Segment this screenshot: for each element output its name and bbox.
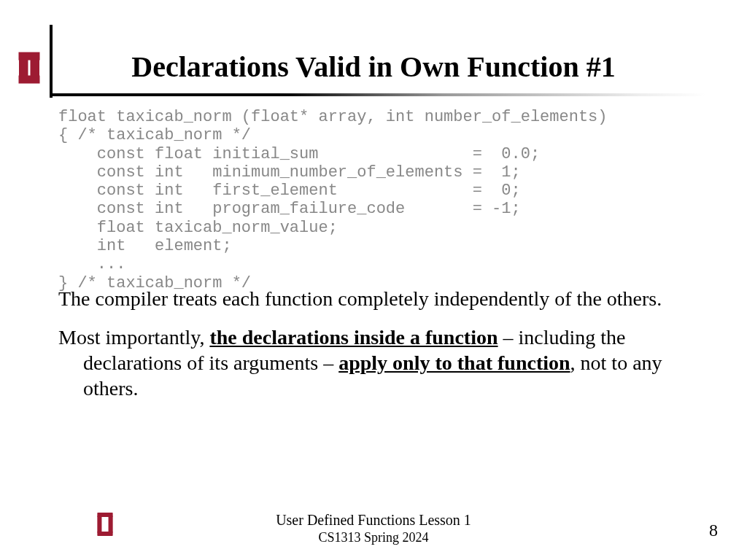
footer-line-2: CS1313 Spring 2024	[0, 530, 747, 545]
footer-line-1: User Defined Functions Lesson 1	[0, 512, 747, 529]
code-line: const int program_failure_code = -1;	[58, 200, 521, 218]
text-run: Most importantly,	[58, 326, 209, 349]
slide-title: Declarations Valid in Own Function #1	[0, 50, 747, 84]
code-line: float taxicab_norm_value;	[58, 219, 338, 237]
code-line: { /* taxicab_norm */	[58, 126, 251, 144]
paragraph-2: Most importantly, the declarations insid…	[58, 324, 693, 401]
body-text: The compiler treats each function comple…	[58, 286, 693, 414]
code-block: float taxicab_norm (float* array, int nu…	[58, 108, 608, 292]
code-line: float taxicab_norm (float* array, int nu…	[58, 108, 608, 126]
code-line: const int first_element = 0;	[58, 182, 521, 200]
code-line: const int minimum_number_of_elements = 1…	[58, 163, 521, 182]
code-line: ...	[58, 255, 125, 273]
page-number: 8	[709, 521, 718, 540]
code-line: int element;	[58, 237, 232, 255]
footer: User Defined Functions Lesson 1 CS1313 S…	[0, 512, 747, 545]
emphasis-run: apply only to that function	[338, 351, 570, 374]
horizontal-rule	[50, 93, 706, 96]
paragraph-1: The compiler treats each function comple…	[58, 286, 693, 311]
code-line: const float initial_sum = 0.0;	[58, 145, 540, 163]
emphasis-run: the declarations inside a function	[209, 326, 498, 349]
